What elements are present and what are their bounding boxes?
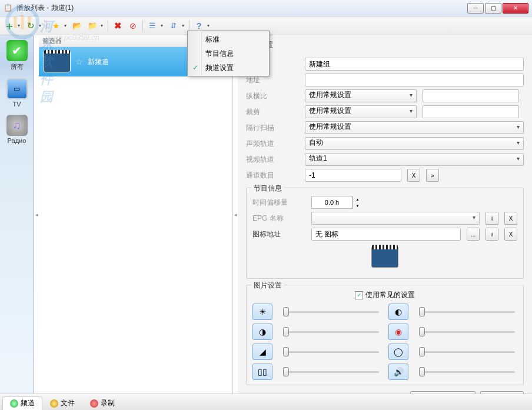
file-icon xyxy=(50,399,58,408)
menu-item-program-info[interactable]: 节目信息 xyxy=(189,46,268,61)
stereo-button[interactable]: ▯▯ xyxy=(252,364,272,380)
maximize-button[interactable]: ▢ xyxy=(485,3,501,14)
radio-icon: ♫ xyxy=(6,115,28,136)
sidebar-item-radio[interactable]: ♫ Радио xyxy=(2,112,32,146)
iconurl-label: 图标地址 xyxy=(252,229,305,239)
crop-select[interactable]: 使用常规设置 xyxy=(305,105,417,118)
sidebar-item-all[interactable]: ✔ 所有 xyxy=(2,38,32,74)
category-sidebar: ✔ 所有 ▭ TV ♫ Радио xyxy=(0,35,34,394)
iconurl-x-button[interactable]: X xyxy=(504,228,517,241)
tab-record[interactable]: 录制 xyxy=(82,396,122,411)
delete-button[interactable]: ✖ xyxy=(111,19,125,33)
sort-icon: ⇵ xyxy=(171,22,177,30)
iconurl-i-button[interactable]: i xyxy=(486,228,498,241)
interlace-label: 隔行扫描 xyxy=(246,123,299,133)
refresh-dropdown[interactable]: ▾ xyxy=(39,23,44,28)
crop-extra-input[interactable] xyxy=(423,105,519,118)
browse-button[interactable]: ... xyxy=(467,228,480,241)
clapper-icon xyxy=(44,51,71,72)
channels-input[interactable] xyxy=(305,169,401,182)
save-dropdown[interactable]: ▾ xyxy=(101,23,105,28)
app-window: 📋 播放列表 - 频道(1) ─ ▢ ✕ ＋ ▾ ↻ ▾ ★ ▾ 📂 📁 ▾ ✖… xyxy=(0,0,532,410)
sharpness-slider[interactable] xyxy=(417,346,517,358)
volume-button[interactable]: 🔊 xyxy=(388,364,408,380)
stereo-slider[interactable] xyxy=(281,366,381,378)
close-button[interactable]: ✕ xyxy=(503,3,528,14)
channels-arrow-button[interactable]: » xyxy=(426,169,439,182)
use-common-checkbox[interactable]: ✓ xyxy=(355,291,363,299)
epg-label: EPG 名称 xyxy=(252,214,305,224)
open-button[interactable]: 📂 xyxy=(70,19,84,33)
block-button[interactable]: ⊘ xyxy=(126,19,140,33)
aspect-label: 纵横比 xyxy=(246,91,299,101)
block-icon: ⊘ xyxy=(129,21,137,31)
timeshift-spinner[interactable]: 0.0 h xyxy=(311,196,353,209)
audio-label: 声频轨道 xyxy=(246,139,299,149)
save-icon: 📁 xyxy=(88,21,97,30)
contrast-slider[interactable] xyxy=(281,326,381,338)
hue-button[interactable]: ◐ xyxy=(388,304,408,320)
refresh-button[interactable]: ↻ xyxy=(24,19,38,33)
contrast-icon: ◑ xyxy=(259,327,266,336)
video-select[interactable]: 轨道1 xyxy=(305,153,524,166)
plus-icon: ＋ xyxy=(4,19,15,33)
star-button[interactable]: ★ xyxy=(49,19,63,33)
sort-dropdown[interactable]: ▾ xyxy=(182,23,187,28)
tab-channel[interactable]: 频道 xyxy=(2,396,42,411)
favorite-star-icon[interactable]: ☆ xyxy=(75,57,83,66)
group-input[interactable] xyxy=(305,58,524,71)
folder-open-icon: 📂 xyxy=(72,21,82,30)
globe-icon xyxy=(10,399,18,408)
sidebar-item-tv[interactable]: ▭ TV xyxy=(2,76,32,110)
hue-slider[interactable] xyxy=(417,306,517,318)
saturation-slider[interactable] xyxy=(417,326,517,338)
save-button[interactable]: 📁 xyxy=(85,19,99,33)
menu-item-standard[interactable]: 标准 xyxy=(189,32,268,46)
aspect-select[interactable]: 使用常规设置 xyxy=(305,89,417,102)
url-label: 地址 xyxy=(246,75,299,85)
brightness-button[interactable]: ☀ xyxy=(252,304,272,320)
gamma-slider[interactable] xyxy=(281,346,381,358)
star-dropdown[interactable]: ▾ xyxy=(64,23,69,28)
epg-select[interactable] xyxy=(311,212,480,225)
gamma-icon: ◢ xyxy=(260,347,266,356)
epg-i-button[interactable]: i xyxy=(486,212,498,225)
minimize-button[interactable]: ─ xyxy=(467,3,484,14)
refresh-icon: ↻ xyxy=(27,21,35,31)
list-dropdown[interactable]: ▾ xyxy=(161,23,165,28)
contrast-button[interactable]: ◑ xyxy=(252,324,272,340)
aspect-extra-input[interactable] xyxy=(423,89,519,102)
url-input[interactable] xyxy=(305,74,524,86)
add-dropdown[interactable]: ▾ xyxy=(18,23,22,28)
epg-x-button[interactable]: X xyxy=(504,212,517,225)
check-circle-icon: ✔ xyxy=(6,40,28,61)
menu-item-channel-settings[interactable]: ✓ 频道设置 xyxy=(189,61,268,75)
splitter-right[interactable]: ◂ xyxy=(233,35,238,394)
crop-label: 裁剪 xyxy=(246,107,299,117)
iconurl-input[interactable] xyxy=(311,228,461,241)
splitter-left[interactable]: ◂ xyxy=(34,35,39,394)
channels-x-button[interactable]: X xyxy=(407,169,420,182)
delete-icon: ✖ xyxy=(114,21,122,31)
list-button[interactable]: ☰ xyxy=(145,19,159,33)
brightness-slider[interactable] xyxy=(281,306,381,318)
timeshift-label: 时间偏移量 xyxy=(252,198,305,208)
interlace-select[interactable]: 使用常规设置 xyxy=(305,121,524,134)
check-icon: ✓ xyxy=(192,64,198,72)
gamma-button[interactable]: ◢ xyxy=(252,344,272,360)
saturation-button[interactable]: ◉ xyxy=(388,324,408,340)
tab-file[interactable]: 文件 xyxy=(42,396,82,411)
volume-slider[interactable] xyxy=(417,366,517,378)
audio-select[interactable]: 自动 xyxy=(305,137,524,150)
spinner-down[interactable]: ▼ xyxy=(353,202,362,209)
add-button[interactable]: ＋ xyxy=(2,19,16,33)
sharpness-button[interactable]: ◯ xyxy=(388,344,408,360)
sort-button[interactable]: ⇵ xyxy=(167,19,181,33)
spinner-up[interactable]: ▲ xyxy=(353,196,362,202)
brightness-icon: ☀ xyxy=(259,307,267,316)
video-label: 视频轨道 xyxy=(246,155,299,165)
record-icon xyxy=(90,399,98,408)
settings-title: 频道设置 xyxy=(238,35,532,52)
help-dropdown[interactable]: ▾ xyxy=(207,23,212,28)
channel-list[interactable]: ☆ 新频道 xyxy=(39,47,232,394)
